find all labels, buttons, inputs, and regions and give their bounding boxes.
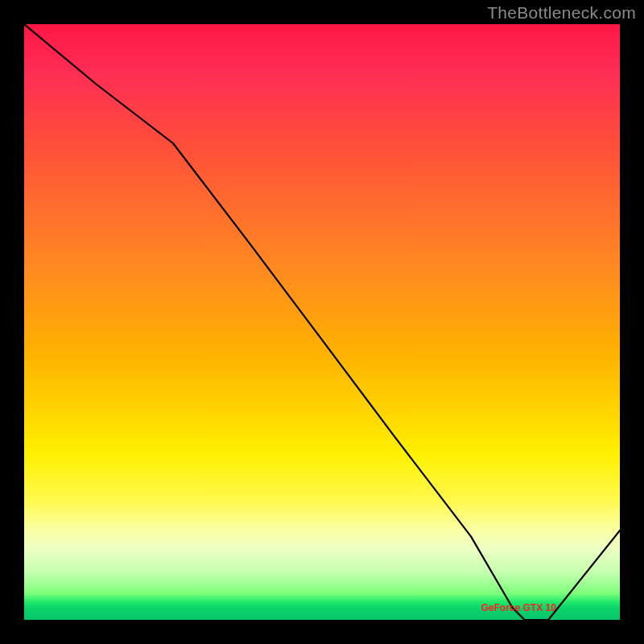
optimal-gpu-marker: GeForce GTX 10 xyxy=(481,602,556,613)
watermark-text: TheBottleneck.com xyxy=(487,3,636,23)
bottleneck-curve xyxy=(24,24,620,620)
chart-line-layer xyxy=(24,24,620,620)
chart-plot-area: GeForce GTX 10 xyxy=(24,24,620,620)
